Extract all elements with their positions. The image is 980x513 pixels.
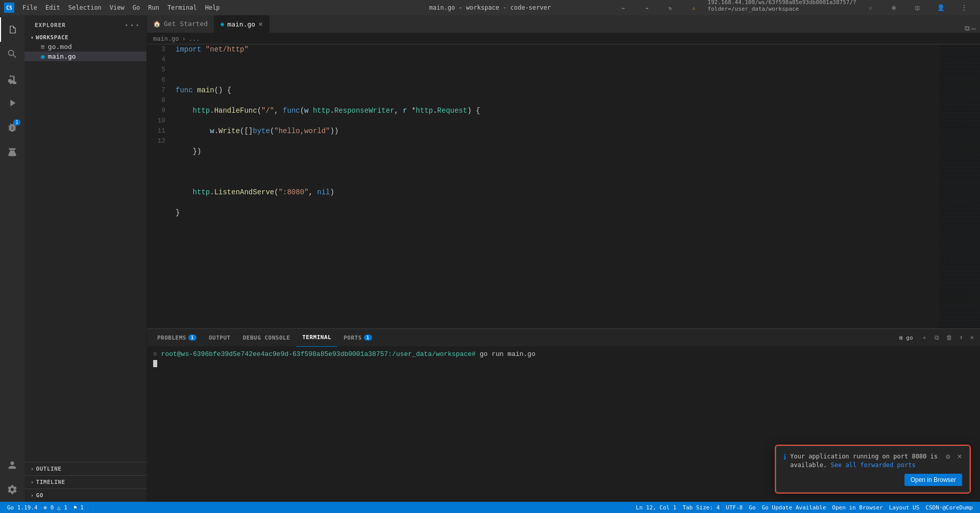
activity-accounts[interactable] [0,453,24,477]
file-main-go[interactable]: ◉ main.go [24,52,146,61]
go-section-label: GO [36,492,43,499]
file-go-mod[interactable]: ≡ go.mod [24,42,146,52]
go-section-header[interactable]: › GO [24,489,146,502]
terminal-prompt: root@ws-6396bfe39d5e742ee4ac9e9d-63f598a… [161,350,476,358]
sidebar-toggle-icon[interactable]: ◫ [905,0,929,15]
menu-help[interactable]: Help [201,3,224,12]
status-csdn[interactable]: CSDN·@CoreDump [922,502,976,513]
status-errors[interactable]: ⊗ 0 △ 1 [41,502,70,513]
status-go-update-text: Go Update Available [762,504,826,511]
menu-file[interactable]: File [18,3,41,12]
status-layout-text: Layout US [889,504,920,511]
titlebar: CS File Edit Selection View Go Run Termi… [0,0,980,15]
activity-explorer[interactable] [0,17,24,42]
panel-tab-output[interactable]: OUTPUT [203,329,237,347]
sidebar-more-button[interactable]: ··· [124,20,140,30]
status-language-text: Go [749,504,755,511]
window-title: main.go - workspace - code-server [429,4,551,11]
breadcrumb-symbol[interactable]: ... [189,35,200,42]
browser-forward[interactable]: → [635,0,658,15]
main-go-icon: ◉ [41,53,45,60]
status-encoding-text: UTF-8 [726,504,743,511]
workspace-folder[interactable]: ▾ WORKSPACE [24,33,146,42]
status-language[interactable]: Go [746,502,758,513]
menu-go[interactable]: Go [129,3,144,12]
breadcrumb-file[interactable]: main.go [153,35,179,42]
status-errors-text: ⊗ 0 △ 1 [44,504,67,511]
open-in-browser-button[interactable]: Open in Browser [904,474,962,486]
activity-search[interactable] [0,42,24,66]
panel-tab-ports[interactable]: PORTS 1 [337,329,378,347]
activity-settings[interactable] [0,477,24,502]
menu-selection[interactable]: Selection [64,3,106,12]
browser-reload[interactable]: ↻ [658,0,682,15]
output-label: OUTPUT [209,335,231,341]
panel-tab-actions: ⊞ go ＋ ⧉ 🗑 ⬆ × [896,332,976,343]
status-go-update[interactable]: Go Update Available [758,502,829,513]
terminal-command: go run main.go [480,350,535,358]
activity-extensions[interactable]: 1 [0,115,24,140]
status-warnings[interactable]: ⚑ 1 [70,502,87,513]
address-bar[interactable]: 192.168.44.100/ws/63f598a85e93db0001a387… [705,0,859,11]
timeline-arrow: › [31,479,34,485]
menu-dots-icon[interactable]: ⋮ [952,0,976,15]
ports-badge: 1 [364,335,372,341]
close-panel-icon[interactable]: × [968,333,976,342]
activity-testing[interactable] [0,140,24,164]
go-section: › GO [24,489,146,502]
bookmark-icon[interactable]: ☆ [859,0,882,15]
maximize-panel-icon[interactable]: ⬆ [958,333,965,342]
panel-tab-debug-console[interactable]: DEBUG CONSOLE [237,329,297,347]
kill-terminal-icon[interactable]: 🗑 [944,333,954,342]
tab-main-go-close[interactable]: × [258,20,262,28]
menu-run[interactable]: Run [144,3,163,12]
status-encoding[interactable]: UTF-8 [723,502,746,513]
notification-link[interactable]: See all forwarded ports [830,461,915,469]
file-main-go-label: main.go [48,53,76,60]
status-tab-size[interactable]: Tab Size: 4 [679,502,723,513]
notification-close-button[interactable]: × [957,452,962,460]
breadcrumb: main.go › ... [147,33,980,44]
app-icon: CS [4,3,14,13]
timeline-header[interactable]: › TIMELINE [24,476,146,489]
timeline-section: › TIMELINE [24,475,146,489]
profile-icon[interactable]: 👤 [929,0,952,15]
notification-text: Your application running on port 8080 is… [790,452,942,470]
timeline-label: TIMELINE [36,479,65,485]
new-terminal-icon[interactable]: ＋ [919,332,929,343]
get-started-tab-icon: 🏠 [153,20,161,28]
terminal-cursor [153,360,157,367]
status-tab-size-text: Tab Size: 4 [682,504,720,511]
notification-actions: Open in Browser [783,474,962,486]
browser-back[interactable]: ← [611,0,635,15]
tab-get-started[interactable]: 🏠 Get Started [147,15,214,33]
activity-source-control[interactable] [0,66,24,91]
outline-header[interactable]: › OUTLINE [24,463,146,475]
menu-edit[interactable]: Edit [41,3,64,12]
tab-main-go-label: main.go [227,20,255,28]
editor-toolbar: ⧉ ⋯ [961,24,980,33]
panel-tab-problems[interactable]: PROBLEMS 1 [151,329,203,347]
status-go-version[interactable]: Go 1.19.4 [4,502,41,513]
tab-main-go[interactable]: ◉ main.go × [214,15,269,33]
status-cursor-text: Ln 12, Col 1 [636,504,676,511]
notification-settings-icon[interactable]: ⚙ [946,452,950,460]
menu-terminal[interactable]: Terminal [163,3,201,12]
notification-popup: ℹ Your application running on port 8080 … [776,446,970,493]
status-open-browser[interactable]: Open in Browser [829,502,886,513]
split-editor-icon[interactable]: ⧉ [965,24,970,33]
line-numbers: 3 4 5 6 7 8 9 10 11 12 [147,44,172,328]
code-editor[interactable]: 3 4 5 6 7 8 9 10 11 12 import "net/http"… [147,44,980,328]
panel-tabs: PROBLEMS 1 OUTPUT DEBUG CONSOLE TERMINAL… [147,329,980,347]
extension-icon[interactable]: ⚙ [882,0,905,15]
more-actions-icon[interactable]: ⋯ [972,24,976,33]
status-cursor-pos[interactable]: Ln 12, Col 1 [633,502,679,513]
panel-tab-terminal[interactable]: TERMINAL [296,329,337,347]
activity-run[interactable] [0,91,24,115]
split-terminal-icon[interactable]: ⧉ [933,333,941,342]
menu-view[interactable]: View [106,3,129,12]
status-csdn-text: CSDN·@CoreDump [925,504,973,511]
notification-info-icon: ℹ [783,453,786,461]
status-layout[interactable]: Layout US [886,502,923,513]
code-content[interactable]: import "net/http" func main() { http.Han… [172,44,939,328]
